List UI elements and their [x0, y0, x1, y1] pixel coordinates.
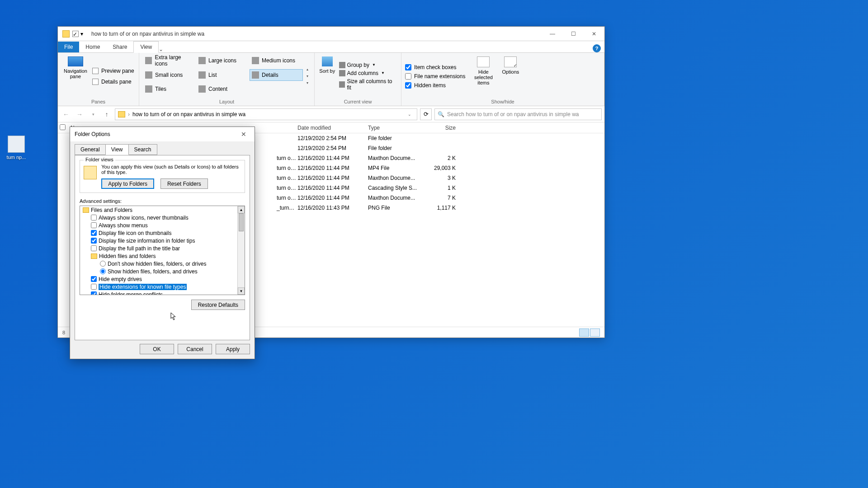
tree-item[interactable]: Display file size information in folder …	[80, 237, 245, 244]
tree-item[interactable]: Always show menus	[80, 221, 245, 229]
tree-radio-item[interactable]: Show hidden files, folders, and drives	[80, 267, 245, 275]
apply-button[interactable]: Apply	[216, 344, 250, 354]
ok-button[interactable]: OK	[140, 344, 174, 354]
preview-pane-button[interactable]: Preview pane	[92, 68, 134, 74]
navigation-pane-icon	[68, 56, 83, 66]
view-thumbnails-toggle[interactable]	[590, 328, 600, 337]
window-title: how to turn of or on npav antivirus in s…	[91, 31, 542, 37]
tree-item[interactable]: Hide empty drives	[80, 275, 245, 283]
tree-item[interactable]: Display the full path in the title bar	[80, 244, 245, 252]
layout-gallery: Extra large icons Large icons Medium ico…	[143, 55, 304, 98]
nav-up-button[interactable]: ↑	[101, 109, 112, 120]
tree-item-selected[interactable]: Hide extensions for known file types	[80, 283, 245, 291]
col-size-header[interactable]: Size	[426, 125, 459, 131]
restore-defaults-button[interactable]: Restore Defaults	[191, 300, 245, 310]
nav-forward-button[interactable]: →	[74, 109, 85, 120]
large-icons-icon	[198, 57, 206, 64]
maximize-button[interactable]	[563, 27, 584, 41]
select-all-checkbox[interactable]	[60, 124, 66, 130]
layout-details[interactable]: Details	[250, 69, 303, 81]
search-placeholder: Search how to turn of or on npav antivir…	[447, 111, 579, 117]
tree-item[interactable]: Hide folder merge conflicts	[80, 291, 245, 295]
tree-folder-icon	[83, 207, 89, 213]
cancel-button[interactable]: Cancel	[178, 344, 212, 354]
advanced-settings-tree[interactable]: Files and Folders Always show icons, nev…	[80, 206, 245, 295]
navigation-pane-button[interactable]: Navigation pane	[61, 55, 90, 98]
scroll-down-icon[interactable]: ▼	[238, 287, 245, 295]
layout-extra-large-icons[interactable]: Extra large icons	[143, 55, 196, 66]
scroll-up-icon[interactable]: ▲	[238, 206, 245, 213]
file-name-extensions-toggle[interactable]: File name extensions	[405, 73, 465, 80]
layout-content[interactable]: Content	[196, 83, 250, 95]
refresh-button[interactable]: ⟳	[420, 108, 432, 120]
tree-item[interactable]: Always show icons, never thumbnails	[80, 214, 245, 221]
address-folder-icon	[118, 111, 125, 117]
view-details-toggle[interactable]	[579, 328, 589, 337]
layout-medium-icons[interactable]: Medium icons	[250, 55, 303, 66]
nav-recent-dropdown[interactable]: ▾	[88, 109, 99, 120]
preview-pane-icon	[92, 68, 99, 74]
ribbon-collapse-icon[interactable]: ⌄	[159, 46, 163, 52]
quick-access-save-icon[interactable]: ✓	[72, 31, 79, 37]
ribbon-view: Navigation pane Preview pane Details pan…	[58, 53, 604, 106]
hidden-items-toggle[interactable]: Hidden items	[405, 82, 465, 89]
layout-more-icon[interactable]: ▾	[307, 81, 308, 85]
dialog-tabs: General View Search	[70, 141, 255, 155]
dialog-close-button[interactable]: ✕	[237, 129, 250, 140]
add-columns-button[interactable]: Add columns▼	[339, 70, 397, 76]
dialog-tab-general[interactable]: General	[75, 144, 106, 155]
small-icons-icon	[145, 71, 152, 79]
size-columns-icon	[339, 81, 345, 88]
quick-access-dropdown-icon[interactable]: ▾	[80, 31, 87, 37]
hide-selected-items-button[interactable]: Hide selected items	[470, 55, 497, 98]
reset-folders-button[interactable]: Reset Folders	[160, 178, 208, 189]
col-type-header[interactable]: Type	[368, 125, 426, 131]
details-pane-button[interactable]: Details pane	[92, 79, 134, 85]
options-icon: ✓	[504, 56, 517, 67]
help-icon[interactable]: ?	[593, 44, 601, 52]
extra-large-icons-icon	[145, 57, 152, 64]
search-input[interactable]: 🔍 Search how to turn of or on npav antiv…	[434, 108, 602, 120]
group-by-button[interactable]: Group by▼	[339, 62, 397, 68]
tab-share[interactable]: Share	[106, 42, 133, 52]
address-dropdown-icon[interactable]: ⌄	[408, 112, 411, 117]
address-input[interactable]: › how to turn of or on npav antivirus in…	[115, 108, 417, 120]
details-icon	[252, 71, 259, 79]
folder-views-icon	[84, 166, 97, 179]
scroll-thumb[interactable]	[239, 213, 244, 231]
desktop-shortcut[interactable]: tum np...	[3, 136, 30, 160]
layout-small-icons[interactable]: Small icons	[143, 69, 196, 81]
dialog-tab-view[interactable]: View	[105, 144, 129, 155]
layout-large-icons[interactable]: Large icons	[196, 55, 250, 66]
folder-views-legend: Folder views	[84, 157, 115, 162]
breadcrumb-sep-icon[interactable]: ›	[128, 111, 130, 117]
folder-views-group: Folder views You can apply this view (su…	[80, 160, 245, 193]
minimize-button[interactable]	[542, 27, 563, 41]
address-bar: ← → ▾ ↑ › how to turn of or on npav anti…	[58, 106, 604, 122]
item-check-boxes-toggle[interactable]: Item check boxes	[405, 64, 465, 70]
layout-list[interactable]: List	[196, 69, 250, 81]
col-date-header[interactable]: Date modified	[297, 125, 368, 131]
nav-back-button[interactable]: ←	[61, 109, 71, 120]
layout-scroll-up-icon[interactable]: ▴	[307, 67, 308, 71]
ribbon-tabs: File Home Share View ⌄ ?	[58, 41, 604, 53]
tree-radio-item[interactable]: Don't show hidden files, folders, or dri…	[80, 260, 245, 267]
size-columns-button[interactable]: Size all columns to fit	[339, 78, 397, 91]
apply-to-folders-button[interactable]: Apply to Folders	[101, 178, 154, 189]
options-button[interactable]: ✓ Options	[497, 55, 524, 98]
tab-view[interactable]: View	[133, 41, 159, 53]
dialog-tab-search[interactable]: Search	[128, 144, 157, 155]
layout-tiles[interactable]: Tiles	[143, 83, 196, 95]
tree-item[interactable]: Display file icon on thumbnails	[80, 229, 245, 237]
dialog-titlebar: Folder Options ✕	[70, 127, 255, 141]
folder-icon	[62, 30, 70, 38]
content-icon	[198, 85, 206, 93]
tab-file[interactable]: File	[58, 42, 79, 52]
tab-home[interactable]: Home	[79, 42, 106, 52]
tree-scrollbar[interactable]: ▲ ▼	[237, 206, 245, 295]
breadcrumb-segment[interactable]: how to turn of or on npav antivirus in s…	[132, 111, 245, 117]
close-button[interactable]	[584, 27, 604, 41]
tree-folder-icon	[91, 253, 97, 259]
layout-scroll-down-icon[interactable]: ▾	[307, 74, 308, 78]
sort-by-button[interactable]: Sort by	[318, 55, 336, 98]
